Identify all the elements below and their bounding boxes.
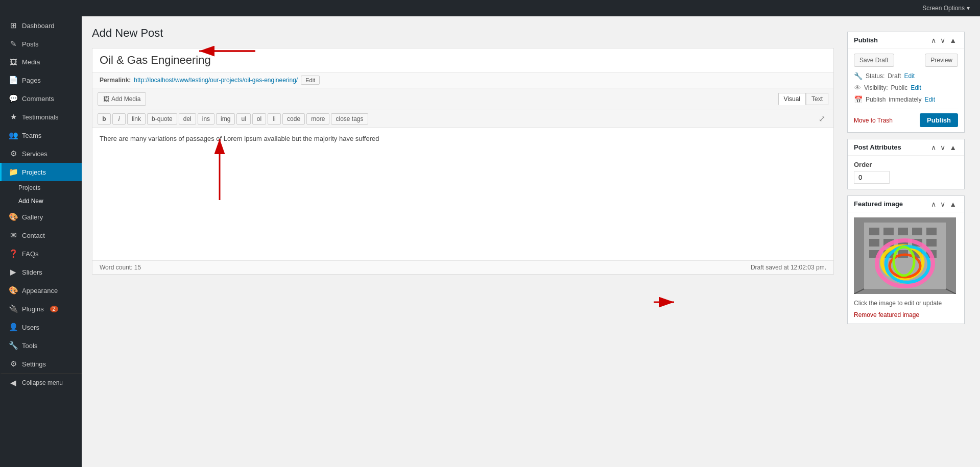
- word-count-value: 15: [134, 264, 141, 271]
- sidebar-item-label: Gallery: [22, 213, 43, 221]
- post-attr-arrow[interactable]: ▲: [948, 144, 958, 151]
- sidebar-item-sliders[interactable]: ▶ Sliders: [0, 263, 82, 281]
- screen-options-button[interactable]: Screen Options ▾: [918, 3, 974, 14]
- order-label: Order: [854, 161, 958, 168]
- text-tab[interactable]: Text: [806, 93, 828, 105]
- sidebar-sub-add-new[interactable]: Add New: [0, 194, 82, 208]
- fmt-italic[interactable]: i: [112, 113, 126, 125]
- preview-button[interactable]: Preview: [925, 54, 958, 67]
- collapse-icon: ◀: [9, 378, 18, 387]
- sidebar-item-label: FAQs: [22, 250, 39, 258]
- post-attr-down[interactable]: ∨: [939, 144, 947, 151]
- move-to-trash-link[interactable]: Move to Trash: [854, 117, 893, 124]
- services-icon: ⚙: [9, 149, 18, 158]
- sidebar-item-services[interactable]: ⚙ Services: [0, 144, 82, 163]
- featured-img-arrow[interactable]: ▲: [948, 201, 958, 208]
- featured-image-header: Featured image ∧ ∨ ▲: [848, 196, 964, 212]
- publish-footer: Move to Trash Publish: [854, 109, 958, 127]
- sidebar-item-posts[interactable]: ✎ Posts: [0, 35, 82, 53]
- editor-body[interactable]: There are many variations of passages of…: [92, 128, 833, 260]
- publish-title: Publish: [854, 36, 878, 44]
- fmt-ol[interactable]: ol: [252, 113, 266, 125]
- sidebar-item-gallery[interactable]: 🎨 Gallery: [0, 208, 82, 226]
- publish-collapse-down[interactable]: ∨: [939, 37, 947, 44]
- fmt-code[interactable]: code: [282, 113, 305, 125]
- sidebar-item-media[interactable]: 🖼 Media: [0, 53, 82, 71]
- publish-collapse-arrow[interactable]: ▲: [948, 37, 958, 44]
- sidebar-item-label: Teams: [22, 132, 41, 139]
- sidebar: ⊞ Dashboard ✎ Posts 🖼 Media 📄 Pages 💬 Co…: [0, 16, 82, 467]
- publish-time-value: immediately: [889, 96, 921, 103]
- sidebar-item-testimonials[interactable]: ★ Testimonials: [0, 108, 82, 126]
- visibility-icon: 👁: [854, 84, 861, 92]
- featured-image-metabox: Featured image ∧ ∨ ▲: [847, 195, 965, 324]
- featured-image-hint: Click the image to edit or update: [854, 300, 958, 307]
- featured-image-thumbnail[interactable]: [854, 217, 958, 296]
- fullscreen-button[interactable]: ⤢: [816, 113, 828, 125]
- visual-tab[interactable]: Visual: [778, 93, 806, 105]
- featured-img-up[interactable]: ∧: [929, 201, 938, 208]
- teams-icon: 👥: [9, 131, 18, 140]
- sidebar-item-tools[interactable]: 🔧 Tools: [0, 336, 82, 355]
- fmt-bquote[interactable]: b-quote: [147, 113, 177, 125]
- publish-controls: ∧ ∨ ▲: [929, 37, 958, 44]
- visual-text-tabs: Visual Text: [778, 93, 828, 105]
- svg-rect-4: [898, 228, 908, 235]
- permalink-label: Permalink:: [100, 77, 131, 84]
- visibility-edit-link[interactable]: Edit: [911, 84, 921, 91]
- sidebar-item-faqs[interactable]: ❓ FAQs: [0, 244, 82, 263]
- fmt-link[interactable]: link: [127, 113, 146, 125]
- sidebar-item-label: Testimonials: [22, 113, 59, 121]
- sidebar-sub-projects[interactable]: Projects: [0, 181, 82, 194]
- sidebar-item-pages[interactable]: 📄 Pages: [0, 71, 82, 89]
- permalink-link[interactable]: http://localhost/www/testing/our-project…: [134, 77, 298, 84]
- fmt-li[interactable]: li: [268, 113, 281, 125]
- add-media-button[interactable]: 🖼 Add Media: [98, 92, 146, 106]
- media-icon: 🖼: [9, 58, 18, 66]
- publish-button[interactable]: Publish: [920, 113, 958, 127]
- sidebar-item-teams[interactable]: 👥 Teams: [0, 126, 82, 144]
- fmt-bold[interactable]: b: [98, 113, 111, 125]
- save-draft-button[interactable]: Save Draft: [854, 54, 894, 67]
- sidebar-item-comments[interactable]: 💬 Comments: [0, 89, 82, 108]
- plugins-badge: 2: [50, 306, 58, 312]
- sidebar-collapse[interactable]: ◀ Collapse menu: [0, 373, 82, 392]
- status-label: Status:: [866, 72, 885, 80]
- publish-time-edit-link[interactable]: Edit: [924, 96, 935, 103]
- fmt-del[interactable]: del: [179, 113, 196, 125]
- collapse-label: Collapse menu: [22, 379, 63, 386]
- post-attributes-body: Order: [848, 156, 964, 189]
- fmt-ins[interactable]: ins: [198, 113, 214, 125]
- sidebar-item-label: Comments: [22, 95, 54, 103]
- fmt-img[interactable]: img: [216, 113, 235, 125]
- post-attr-up[interactable]: ∧: [929, 144, 938, 151]
- remove-featured-image-link[interactable]: Remove featured image: [854, 311, 919, 318]
- fmt-close-tags[interactable]: close tags: [331, 113, 368, 125]
- settings-icon: ⚙: [9, 359, 18, 368]
- featured-img-down[interactable]: ∨: [939, 201, 947, 208]
- content-area: Add New Post Permalink: http://localhost…: [82, 16, 980, 467]
- status-edit-link[interactable]: Edit: [904, 72, 915, 80]
- order-input[interactable]: [854, 171, 890, 184]
- featured-image-svg: [854, 217, 956, 294]
- sidebar-item-users[interactable]: 👤 Users: [0, 318, 82, 336]
- faqs-icon: ❓: [9, 249, 18, 258]
- editor-section: Add New Post Permalink: http://localhost…: [92, 27, 834, 457]
- add-media-icon: 🖼: [103, 95, 109, 103]
- sidebar-item-projects[interactable]: 📁 Projects: [0, 163, 82, 181]
- publish-metabox-header: Publish ∧ ∨ ▲: [848, 32, 964, 48]
- fmt-ul[interactable]: ul: [236, 113, 250, 125]
- right-sidebar: Publish ∧ ∨ ▲ Save Draft Preview 🔧 Statu…: [842, 27, 970, 457]
- permalink-edit-button[interactable]: Edit: [301, 76, 320, 85]
- sidebar-item-dashboard[interactable]: ⊞ Dashboard: [0, 16, 82, 35]
- publish-collapse-up[interactable]: ∧: [929, 37, 938, 44]
- permalink-row: Permalink: http://localhost/www/testing/…: [92, 72, 833, 88]
- sidebar-item-plugins[interactable]: 🔌 Plugins 2: [0, 300, 82, 318]
- post-title-input[interactable]: [92, 48, 833, 72]
- status-icon: 🔧: [854, 72, 863, 80]
- sidebar-item-settings[interactable]: ⚙ Settings: [0, 355, 82, 373]
- sidebar-item-appearance[interactable]: 🎨 Appearance: [0, 281, 82, 300]
- fmt-more[interactable]: more: [306, 113, 329, 125]
- sidebar-item-contact[interactable]: ✉ Contact: [0, 226, 82, 244]
- users-icon: 👤: [9, 323, 18, 332]
